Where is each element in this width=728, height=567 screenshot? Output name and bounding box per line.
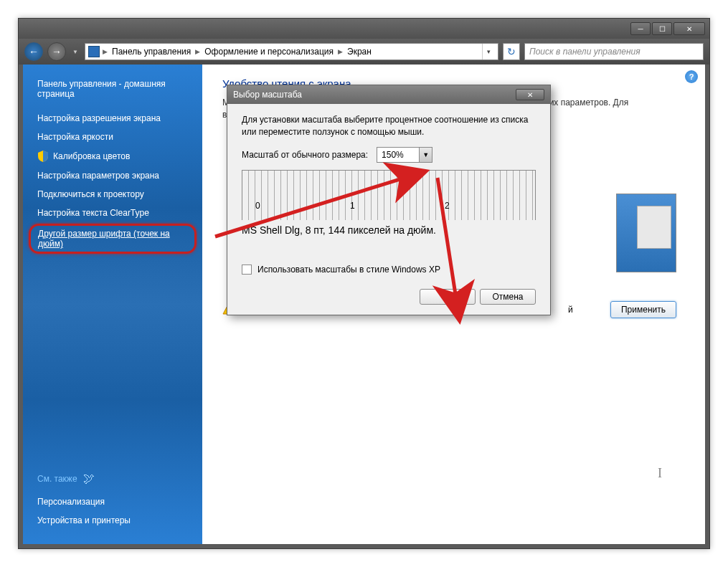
chevron-down-icon[interactable]: ▼ [419, 148, 432, 162]
apply-button[interactable]: Применить [610, 301, 676, 318]
sidebar-bottom-item[interactable]: Персонализация [37, 492, 188, 511]
sidebar-item[interactable]: Настройка яркости [23, 128, 202, 146]
sidebar-bottom-item[interactable]: Устройства и принтеры [37, 511, 188, 530]
breadcrumb-item[interactable]: Экран [346, 47, 373, 57]
content-fragment: й [568, 305, 573, 315]
refresh-button[interactable]: ↻ [503, 43, 520, 60]
address-bar[interactable]: ▶ Панель управления ▶ Оформление и персо… [85, 43, 498, 60]
dialog-titlebar[interactable]: Выбор масштаба ✕ [227, 85, 550, 104]
chevron-icon: ▶ [103, 48, 108, 55]
dialog-close-button[interactable]: ✕ [516, 89, 544, 100]
search-placeholder: Поиск в панели управления [529, 47, 640, 57]
nav-history-dropdown[interactable]: ▼ [70, 42, 80, 61]
nav-toolbar: ← → ▼ ▶ Панель управления ▶ Оформление и… [19, 39, 709, 65]
bird-icon: 🕊 [83, 472, 95, 485]
scale-dialog: Выбор масштаба ✕ Для установки масштаба … [227, 85, 551, 315]
preview-thumbnail [616, 194, 676, 272]
breadcrumb-item[interactable]: Панель управления [110, 47, 192, 57]
xp-style-checkbox[interactable] [242, 265, 252, 275]
scale-label: Масштаб от обычного размера: [242, 150, 368, 160]
sidebar-item[interactable]: Настройка текста ClearType [23, 204, 202, 222]
sidebar: Панель управления - домашняя страница На… [23, 65, 202, 544]
xp-style-label: Использовать масштабы в стиле Windows XP [257, 265, 440, 275]
breadcrumb-item[interactable]: Оформление и персонализация [203, 47, 335, 57]
sidebar-item[interactable]: Калибровка цветов [23, 146, 202, 166]
ruler-tick: 2 [445, 201, 450, 211]
text-caret-icon: I [658, 466, 662, 481]
cancel-button[interactable]: Отмена [480, 289, 536, 305]
sample-text: MS Shell Dlg, 8 пт, 144 пикселей на дюйм… [242, 224, 536, 236]
forward-button[interactable]: → [47, 42, 66, 61]
help-icon[interactable]: ? [685, 70, 698, 83]
shield-icon [37, 151, 49, 162]
sidebar-item[interactable]: Настройка параметров экрана [23, 166, 202, 185]
sidebar-item[interactable]: Подключиться к проектору [23, 185, 202, 204]
location-icon [88, 46, 100, 57]
ok-button[interactable]: ОК [420, 289, 476, 305]
ruler-tick: 0 [255, 201, 260, 211]
address-dropdown[interactable]: ▾ [482, 44, 495, 59]
scale-combobox[interactable]: 150% ▼ [377, 147, 432, 163]
ruler-slider[interactable]: 0 1 2 [242, 170, 536, 220]
sidebar-item[interactable]: Настройка разрешения экрана [23, 109, 202, 128]
titlebar: ─ ☐ ✕ [19, 19, 709, 39]
minimize-button[interactable]: ─ [630, 22, 651, 35]
chevron-icon: ▶ [195, 48, 200, 55]
sidebar-home[interactable]: Панель управления - домашняя страница [23, 73, 202, 109]
close-button[interactable]: ✕ [673, 22, 705, 35]
content-fragment: тих параметров. Для [545, 97, 628, 108]
back-button[interactable]: ← [24, 42, 43, 61]
scale-value: 150% [377, 150, 419, 160]
dialog-intro: Для установки масштаба выберите процентн… [242, 114, 536, 138]
dialog-title: Выбор масштаба [233, 90, 302, 100]
sidebar-item-dpi[interactable]: Другой размер шрифта (точек на дюйм) [29, 224, 197, 254]
maximize-button[interactable]: ☐ [652, 22, 672, 35]
see-also-label: См. также 🕊 [37, 472, 188, 485]
search-input[interactable]: Поиск в панели управления [524, 43, 704, 60]
ruler-tick: 1 [350, 201, 355, 211]
chevron-icon: ▶ [338, 48, 343, 55]
